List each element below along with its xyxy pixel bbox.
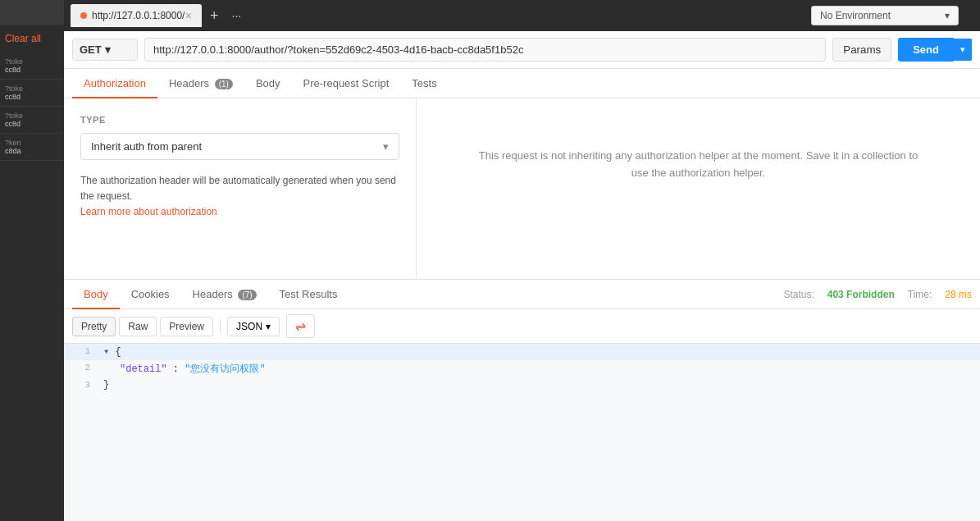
tab-headers[interactable]: Headers (1) — [157, 69, 244, 98]
sidebar: Clear all ?toke cc8d ?toke cc8d ?toke cc… — [0, 0, 64, 521]
brace: } — [103, 379, 109, 391]
brace: { — [115, 346, 121, 358]
code-colon: : — [173, 363, 185, 375]
code-toolbar: Pretty Raw Preview JSON ▾ ⇌ — [64, 309, 980, 344]
pretty-button[interactable]: Pretty — [72, 317, 116, 336]
environment-selector[interactable]: No Environment ▾ — [811, 6, 959, 25]
list-item[interactable]: ?ken c8da — [0, 134, 64, 161]
hist-url: c8da — [5, 147, 59, 155]
tab-pre-request[interactable]: Pre-request Script — [292, 69, 401, 98]
request-tabs: Authorization Headers (1) Body Pre-reque… — [64, 69, 980, 98]
response-time: 28 ms — [945, 289, 972, 300]
toolbar-divider — [220, 320, 221, 333]
resp-tab-headers[interactable]: Headers (7) — [181, 280, 268, 308]
time-label: Time: — [908, 289, 932, 300]
params-button[interactable]: Params — [832, 38, 891, 62]
hist-url: cc8d — [5, 66, 59, 74]
chevron-down-icon: ▾ — [105, 43, 111, 56]
resp-tab-body[interactable]: Body — [72, 280, 120, 308]
send-button-group: Send ▾ — [898, 38, 972, 62]
auth-learn-more-link[interactable]: Learn more about authorization — [80, 206, 217, 217]
raw-button[interactable]: Raw — [119, 317, 157, 336]
line-content: } — [97, 377, 980, 392]
main-content: http://127.0.0.1:8000/ × + ··· No Enviro… — [64, 0, 980, 521]
tab-add-button[interactable]: + — [205, 7, 224, 25]
tab-body[interactable]: Body — [244, 69, 292, 98]
wrap-icon: ⇌ — [295, 319, 306, 333]
headers-badge: (1) — [215, 79, 233, 89]
code-value: "您没有访问权限" — [185, 363, 265, 375]
tab-more-button[interactable]: ··· — [227, 9, 247, 22]
auth-type-value: Inherit auth from parent — [91, 140, 202, 153]
status-code: 403 Forbidden — [827, 289, 895, 300]
line-number: 3 — [64, 377, 97, 391]
code-line-3: 3 } — [64, 377, 980, 394]
env-label: No Environment — [820, 10, 891, 21]
wrap-button[interactable]: ⇌ — [286, 314, 315, 338]
hist-label: ?toke — [5, 57, 59, 66]
code-line-2: 2 "detail" : "您没有访问权限" — [64, 360, 980, 377]
line-number: 1 — [64, 344, 97, 358]
tab-tests[interactable]: Tests — [400, 69, 448, 98]
list-item[interactable]: ?toke cc8d — [0, 80, 64, 107]
hist-label: ?toke — [5, 85, 59, 93]
line-number: 2 — [64, 360, 97, 374]
response-tabs: Body Cookies Headers (7) Test Results St… — [64, 280, 980, 309]
tab-authorization[interactable]: Authorization — [72, 69, 157, 98]
auth-info-text: This request is not inheriting any autho… — [453, 115, 945, 215]
url-input[interactable] — [144, 38, 826, 62]
resp-headers-badge: (7) — [238, 290, 256, 300]
send-dropdown-button[interactable]: ▾ — [954, 39, 972, 61]
chevron-down-icon: ▾ — [945, 10, 950, 21]
clear-all-button[interactable]: Clear all — [0, 25, 64, 53]
status-label: Status: — [783, 289, 814, 300]
response-section: Body Cookies Headers (7) Test Results St… — [64, 279, 980, 521]
url-bar: GET ▾ Params Send ▾ — [64, 31, 980, 69]
response-code-area: 1 ▾ { 2 "detail" : "您没有访问权限" — [64, 344, 980, 521]
sidebar-history: ?toke cc8d ?toke cc8d ?toke cc8d ?ken c8… — [0, 53, 64, 521]
tab-item[interactable]: http://127.0.0.1:8000/ × — [71, 4, 202, 27]
send-button[interactable]: Send — [898, 38, 954, 62]
auth-right-panel: This request is not inheriting any autho… — [417, 98, 980, 279]
hist-url: cc8d — [5, 120, 59, 128]
sidebar-top — [0, 0, 64, 25]
response-status-bar: Status: 403 Forbidden Time: 28 ms — [783, 289, 972, 300]
list-item[interactable]: ?toke cc8d — [0, 107, 64, 134]
chevron-down-icon: ▾ — [383, 140, 389, 153]
method-selector[interactable]: GET ▾ — [72, 39, 138, 61]
list-item[interactable]: ?toke cc8d — [0, 53, 64, 80]
auth-description: The authorization header will be automat… — [80, 173, 399, 221]
hist-label: ?toke — [5, 112, 59, 120]
line-content: ▾ { — [97, 344, 980, 359]
chevron-down-icon: ▾ — [266, 321, 271, 332]
resp-tab-cookies[interactable]: Cookies — [120, 280, 181, 308]
code-line-1: 1 ▾ { — [64, 344, 980, 360]
auth-type-selector[interactable]: Inherit auth from parent ▾ — [80, 133, 399, 160]
tab-bar: http://127.0.0.1:8000/ × + ··· No Enviro… — [64, 0, 980, 31]
hist-label: ?ken — [5, 139, 59, 147]
method-label: GET — [80, 43, 102, 56]
auth-left-panel: TYPE Inherit auth from parent ▾ The auth… — [64, 98, 417, 279]
request-body-area: TYPE Inherit auth from parent ▾ The auth… — [64, 98, 980, 279]
line-content: "detail" : "您没有访问权限" — [97, 360, 980, 377]
tab-modified-indicator — [80, 12, 87, 19]
resp-tab-test-results[interactable]: Test Results — [268, 280, 349, 308]
tab-url-label: http://127.0.0.1:8000/ — [92, 10, 185, 21]
tab-close-button[interactable]: × — [185, 9, 192, 22]
preview-button[interactable]: Preview — [160, 317, 213, 336]
format-label: JSON — [236, 321, 262, 332]
type-label: TYPE — [80, 115, 399, 125]
hist-url: cc8d — [5, 93, 59, 101]
code-key: "detail" — [120, 363, 167, 375]
format-selector[interactable]: JSON ▾ — [227, 317, 280, 336]
